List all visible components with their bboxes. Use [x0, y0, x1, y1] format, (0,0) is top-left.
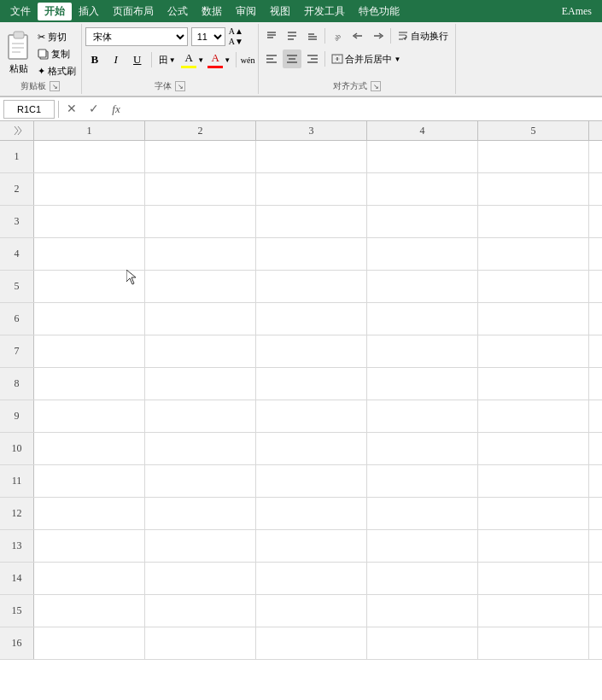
cell-r15c1[interactable] — [34, 595, 145, 627]
cell-r1c5[interactable] — [478, 141, 589, 172]
copy-button[interactable]: 复制 — [36, 47, 78, 61]
row-header-10[interactable]: 10 — [0, 433, 34, 464]
wenyuan-button[interactable]: wén — [241, 55, 255, 65]
cell-r13c4[interactable] — [367, 530, 478, 562]
row-header-8[interactable]: 8 — [0, 368, 34, 400]
cell-r8c1[interactable] — [34, 368, 145, 400]
col-header-2[interactable]: 2 — [145, 121, 256, 140]
row-header-15[interactable]: 15 — [0, 595, 34, 627]
cell-r3c5[interactable] — [478, 206, 589, 237]
cell-r7c3[interactable] — [256, 335, 367, 367]
cell-r9c3[interactable] — [256, 400, 367, 432]
cell-r4c3[interactable] — [256, 238, 367, 270]
cell-r5c1[interactable] — [34, 271, 145, 302]
cell-r1c3[interactable] — [256, 141, 367, 172]
border-button[interactable]: 田 ▼ — [156, 50, 178, 69]
cell-r11c5[interactable] — [478, 465, 589, 497]
cell-r5c5[interactable] — [478, 271, 589, 302]
align-top-left-button[interactable] — [262, 26, 281, 45]
cell-r9c5[interactable] — [478, 400, 589, 432]
cell-r1c4[interactable] — [367, 141, 478, 172]
cell-r9c1[interactable] — [34, 400, 145, 432]
cell-r3c1[interactable] — [34, 206, 145, 237]
cell-r7c1[interactable] — [34, 335, 145, 367]
cell-r12c3[interactable] — [256, 498, 367, 529]
formula-input[interactable] — [129, 100, 599, 119]
cell-r6c2[interactable] — [145, 303, 256, 335]
cell-r7c5[interactable] — [478, 335, 589, 367]
cell-r12c5[interactable] — [478, 498, 589, 529]
cell-r13c3[interactable] — [256, 530, 367, 562]
cell-r16c1[interactable] — [34, 627, 145, 659]
cell-r3c3[interactable] — [256, 206, 367, 237]
cell-r6c4[interactable] — [367, 303, 478, 335]
menu-item-file[interactable]: 文件 — [3, 3, 38, 20]
cell-r9c2[interactable] — [145, 400, 256, 432]
indent-decrease-button[interactable] — [348, 26, 367, 45]
col-header-5[interactable]: 5 — [478, 121, 589, 140]
cell-r12c2[interactable] — [145, 498, 256, 529]
merge-center-button[interactable]: 合并后居中 ▼ — [328, 51, 404, 67]
cell-r13c2[interactable] — [145, 530, 256, 562]
underline-button[interactable]: U — [128, 50, 147, 69]
row-header-1[interactable]: 1 — [0, 141, 34, 172]
cell-r10c4[interactable] — [367, 433, 478, 464]
cell-r2c4[interactable] — [367, 173, 478, 205]
cell-r10c2[interactable] — [145, 433, 256, 464]
row-header-13[interactable]: 13 — [0, 530, 34, 562]
fx-button[interactable]: fx — [107, 100, 126, 119]
cell-r12c1[interactable] — [34, 498, 145, 529]
cell-r1c2[interactable] — [145, 141, 256, 172]
cell-r2c1[interactable] — [34, 173, 145, 205]
cell-r5c3[interactable] — [256, 271, 367, 302]
cell-r2c2[interactable] — [145, 173, 256, 205]
cut-button[interactable]: ✂ 剪切 — [36, 30, 78, 44]
row-header-14[interactable]: 14 — [0, 563, 34, 594]
row-header-16[interactable]: 16 — [0, 627, 34, 659]
wrap-text-button[interactable]: 自动换行 — [394, 28, 452, 44]
menu-item-page-layout[interactable]: 页面布局 — [106, 3, 161, 20]
bold-button[interactable]: B — [85, 50, 104, 69]
row-header-11[interactable]: 11 — [0, 465, 34, 497]
cell-r15c2[interactable] — [145, 595, 256, 627]
cell-r9c4[interactable] — [367, 400, 478, 432]
cell-r8c4[interactable] — [367, 368, 478, 400]
cell-r8c5[interactable] — [478, 368, 589, 400]
align-right-button[interactable] — [303, 50, 322, 68]
cell-r15c4[interactable] — [367, 595, 478, 627]
align-middle-button[interactable] — [283, 26, 301, 45]
cell-r2c5[interactable] — [478, 173, 589, 205]
font-expand-button[interactable]: ↘ — [175, 81, 185, 91]
menu-item-developer[interactable]: 开发工具 — [297, 3, 352, 20]
row-header-3[interactable]: 3 — [0, 206, 34, 237]
col-header-4[interactable]: 4 — [367, 121, 478, 140]
cell-r1c1[interactable] — [34, 141, 145, 172]
cell-r15c5[interactable] — [478, 595, 589, 627]
italic-button[interactable]: I — [107, 50, 126, 69]
alignment-expand-button[interactable]: ↘ — [371, 81, 381, 91]
menu-item-special[interactable]: 特色功能 — [352, 3, 406, 20]
menu-item-formula[interactable]: 公式 — [161, 3, 195, 20]
cell-r4c5[interactable] — [478, 238, 589, 270]
cell-r3c2[interactable] — [145, 206, 256, 237]
font-decrease-button[interactable]: A▼ — [229, 37, 243, 46]
row-header-7[interactable]: 7 — [0, 335, 34, 367]
cell-r5c4[interactable] — [367, 271, 478, 302]
menu-item-insert[interactable]: 插入 — [72, 3, 106, 20]
cell-reference-input[interactable] — [3, 100, 55, 119]
align-center-button[interactable] — [283, 50, 301, 68]
menu-item-view[interactable]: 视图 — [263, 3, 297, 20]
text-orientation-button[interactable]: ab — [328, 26, 347, 45]
cell-r7c2[interactable] — [145, 335, 256, 367]
menu-item-review[interactable]: 审阅 — [229, 3, 263, 20]
cell-r6c5[interactable] — [478, 303, 589, 335]
row-header-9[interactable]: 9 — [0, 400, 34, 432]
cell-r16c2[interactable] — [145, 627, 256, 659]
cell-r11c1[interactable] — [34, 465, 145, 497]
cell-r4c4[interactable] — [367, 238, 478, 270]
cell-r14c5[interactable] — [478, 563, 589, 594]
confirm-formula-button[interactable]: ✓ — [85, 100, 103, 119]
corner-cell[interactable] — [0, 121, 34, 140]
highlight-color-button[interactable]: A ▼ — [181, 50, 205, 69]
col-header-1[interactable]: 1 — [34, 121, 145, 140]
